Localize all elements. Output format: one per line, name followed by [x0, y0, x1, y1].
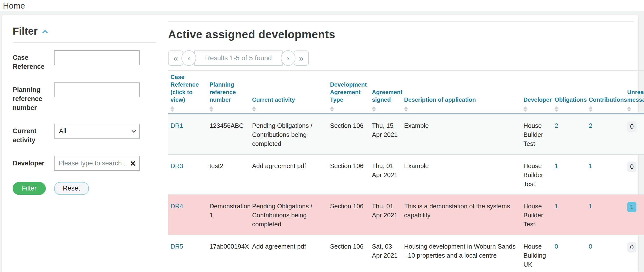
- filter-button[interactable]: Filter: [13, 182, 46, 195]
- unread-messages-badge: 0: [627, 121, 636, 132]
- cell-obligations: 1: [552, 195, 586, 235]
- cell-current_activity: Add agreement pdf: [250, 155, 328, 195]
- column-header-developer[interactable]: Developer: [521, 70, 552, 114]
- cell-developer: House Builder Test: [521, 114, 552, 155]
- pagination-last-button[interactable]: »: [294, 51, 309, 66]
- contributions-link[interactable]: 1: [589, 162, 592, 170]
- select-value: All: [59, 127, 66, 135]
- unread-messages-badge: 0: [627, 242, 636, 252]
- filter-field-row: Planning reference number: [13, 82, 156, 112]
- case_reference-link[interactable]: DR5: [170, 243, 183, 250]
- column-header-label: Agreement signed: [372, 89, 402, 103]
- sort-icon[interactable]: [170, 106, 204, 112]
- filter-field-label: Case Reference: [13, 50, 54, 71]
- top-bar: Home: [0, 0, 644, 11]
- filter-title: Filter: [13, 25, 38, 37]
- cell-planning_reference: 17ab000194X: [207, 235, 250, 272]
- pagination-next-button[interactable]: ›: [281, 50, 296, 66]
- contributions-link[interactable]: 1: [589, 202, 592, 210]
- sort-icon[interactable]: [589, 106, 622, 112]
- sort-icon[interactable]: [372, 106, 399, 112]
- cell-unread_messages: 0: [625, 155, 644, 195]
- filter-fields: Case ReferencePlanning reference numberC…: [13, 50, 156, 171]
- breadcrumb-home[interactable]: Home: [3, 1, 25, 11]
- cell-description: Housing development in Woburn Sands - 10…: [402, 235, 521, 272]
- cell-description: This is a demonstation of the systems ca…: [402, 195, 521, 235]
- sort-icon[interactable]: [524, 106, 550, 112]
- table-header-row: Case Reference (click to view)Planning r…: [168, 70, 644, 114]
- cell-current_activity: Add agreement pdf: [250, 235, 328, 272]
- chevron-up-icon[interactable]: [42, 30, 48, 36]
- pagination-first-button[interactable]: «: [168, 51, 183, 66]
- obligations-link[interactable]: 2: [554, 122, 558, 129]
- cell-planning_reference: test2: [207, 155, 250, 195]
- filter-text-input[interactable]: [54, 82, 140, 97]
- developer-search-input[interactable]: [54, 156, 140, 171]
- column-header-label: Unread messages: [627, 89, 644, 103]
- pagination-prev-button[interactable]: ‹: [182, 50, 196, 66]
- table-row: DR1123456ABCPending Obligations / Contri…: [168, 114, 644, 155]
- unread-messages-badge: 0: [627, 162, 636, 172]
- filter-divider: [13, 42, 156, 43]
- filter-panel: Filter Case ReferencePlanning reference …: [2, 15, 164, 272]
- cell-current_activity: Pending Obligations / Contributions bein…: [250, 114, 328, 155]
- cell-agreement_type: Section 106: [328, 155, 370, 195]
- column-header-label: Developer: [524, 96, 552, 103]
- table-row: DR517ab000194XAdd agreement pdfSection 1…: [168, 235, 644, 272]
- column-header-unread_messages[interactable]: Unread messages: [625, 70, 644, 114]
- content-card: Filter Case ReferencePlanning reference …: [2, 15, 638, 272]
- cell-current_activity: Pending Obligations / Contributions bein…: [250, 195, 328, 235]
- case_reference-link[interactable]: DR3: [170, 162, 183, 170]
- cell-planning_reference: Demonstration 1: [207, 195, 250, 235]
- sort-icon[interactable]: [210, 106, 247, 112]
- cell-description: Example: [402, 114, 521, 155]
- case_reference-link[interactable]: DR4: [170, 202, 183, 210]
- unread-messages-badge: 1: [627, 202, 636, 212]
- contributions-link[interactable]: 0: [589, 243, 592, 250]
- sort-icon[interactable]: [404, 106, 518, 112]
- column-header-label: Case Reference (click to view): [170, 74, 199, 103]
- reset-button[interactable]: Reset: [54, 182, 89, 195]
- current-activity-select[interactable]: All: [54, 124, 140, 139]
- clear-icon[interactable]: ✕: [130, 159, 136, 168]
- column-header-obligations[interactable]: Obligations: [552, 70, 586, 114]
- case_reference-link[interactable]: DR1: [170, 122, 183, 129]
- column-header-contributions[interactable]: Contributions: [586, 70, 625, 114]
- developments-table: Case Reference (click to view)Planning r…: [168, 70, 644, 272]
- column-header-label: Contributions: [589, 96, 627, 103]
- filter-field-row: Developer✕: [13, 156, 156, 171]
- cell-agreement_type: Section 106: [328, 114, 370, 155]
- cell-unread_messages: 1: [625, 195, 644, 235]
- column-header-label: Development Agreement Type: [330, 81, 367, 103]
- page-title: Active assigned developments: [168, 28, 634, 41]
- column-header-planning_reference[interactable]: Planning reference number: [207, 70, 250, 114]
- cell-case_reference: DR4: [168, 195, 207, 235]
- obligations-link[interactable]: 1: [554, 202, 558, 210]
- cell-agreement_signed: Sat, 03 Apr 2021: [370, 235, 402, 272]
- column-header-label: Current activity: [252, 96, 295, 103]
- cell-contributions: 2: [586, 114, 625, 155]
- column-header-description[interactable]: Description of application: [402, 70, 521, 114]
- cell-unread_messages: 0: [625, 235, 644, 272]
- table-row: DR4Demonstration 1Pending Obligations / …: [168, 195, 644, 235]
- contributions-link[interactable]: 2: [589, 122, 592, 129]
- sort-icon[interactable]: [554, 106, 584, 112]
- sort-icon[interactable]: [627, 106, 644, 112]
- column-header-current_activity[interactable]: Current activity: [250, 70, 328, 114]
- cell-description: Example: [402, 155, 521, 195]
- cell-agreement_signed: Thu, 01 Apr 2021: [370, 195, 402, 235]
- column-header-case_reference[interactable]: Case Reference (click to view): [168, 70, 207, 114]
- sort-icon[interactable]: [252, 106, 325, 112]
- cell-developer: House Builder Test: [521, 195, 552, 235]
- cell-agreement_type: Section 106: [328, 195, 370, 235]
- column-header-agreement_signed[interactable]: Agreement signed: [370, 70, 402, 114]
- cell-planning_reference: 123456ABC: [207, 114, 250, 155]
- filter-field-label: Current activity: [13, 124, 54, 145]
- cell-agreement_signed: Thu, 01 Apr 2021: [370, 155, 402, 195]
- obligations-link[interactable]: 1: [554, 162, 558, 170]
- obligations-link[interactable]: 0: [554, 243, 558, 250]
- column-header-agreement_type[interactable]: Development Agreement Type: [328, 70, 370, 114]
- column-header-label: Planning reference number: [210, 81, 236, 103]
- sort-icon[interactable]: [330, 106, 367, 112]
- filter-text-input[interactable]: [54, 50, 140, 65]
